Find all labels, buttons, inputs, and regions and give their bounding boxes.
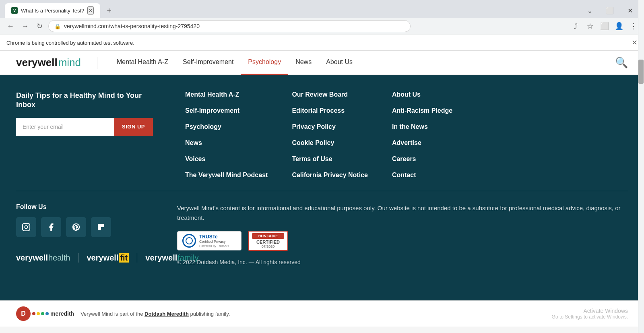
brand-verywell-health[interactable]: verywell health [16,253,78,263]
follow-title: Follow Us [16,203,153,211]
star-button[interactable]: ☆ [584,21,596,32]
footer-link-cookie[interactable]: Cookie Policy [292,139,368,147]
hon-date-text: 07/2020 [262,244,275,248]
dotdash-d-icon: D [16,306,31,321]
svg-point-1 [25,225,27,228]
dotdash-dots [32,312,49,315]
bottom-bar: D meredith Verywell Mind is part of the … [0,300,644,327]
scrollbar[interactable] [638,0,644,327]
window-maximize-button[interactable]: ⬜ [601,5,619,16]
disclaimer-section: Verywell Mind's content is for informati… [177,203,628,265]
address-bar[interactable]: 🔒 verywellmind.com/what-is-personality-t… [48,20,411,32]
dotdash-name: meredith [50,310,74,317]
brand-verywell-fit[interactable]: verywell fit [78,253,137,263]
tab-title: What Is a Personality Test? [21,8,84,14]
footer-link-about[interactable]: About Us [392,91,452,98]
truste-powered-text: Powered by TrustArc [199,244,229,248]
scrollbar-thumb[interactable] [638,60,644,84]
dotdash-logo: D meredith [16,306,74,321]
footer-link-contact[interactable]: Contact [392,172,452,179]
brand-fit-text: fit [119,253,129,263]
footer-nav-col-3: About Us Anti-Racism Pledge In the News … [392,91,452,179]
notification-close-button[interactable]: ✕ [632,38,638,47]
site-logo[interactable]: verywell mind [16,56,81,69]
url-text: verywellmind.com/what-is-personality-tes… [64,23,405,29]
email-input[interactable] [16,118,114,136]
footer-link-editorial[interactable]: Editorial Process [292,107,368,114]
hon-certified-text: CERTIFIED [256,240,280,244]
nav-mental-health[interactable]: Mental Health A-Z [109,50,175,75]
footer-link-anti-racism[interactable]: Anti-Racism Pledge [392,107,452,114]
svg-rect-0 [23,223,30,231]
profile-button[interactable]: 👤 [613,21,625,32]
main-content: Daily Tips for a Healthy Mind to Your In… [0,75,644,300]
footer-link-in-the-news[interactable]: In the News [392,123,452,130]
footer-link-privacy[interactable]: Privacy Policy [292,123,368,130]
activate-windows-title: Activate Windows [552,308,628,314]
truste-certified-text: Certified Privacy [199,240,229,244]
dot-blue [45,312,49,315]
brand-logos: verywell health verywell fit verywell fa… [16,253,153,263]
browser-tab[interactable]: V What Is a Personality Test? ✕ [5,3,100,18]
follow-section: Follow Us [16,203,153,265]
newsletter-title: Daily Tips for a Healthy Mind to Your In… [16,91,153,110]
footer-link-psychology[interactable]: Psychology [185,123,268,130]
newsletter-section: Daily Tips for a Healthy Mind to Your In… [16,91,153,179]
new-tab-button[interactable]: + [103,4,115,17]
signup-button[interactable]: SIGN UP [114,118,153,136]
brand-verywell-fit-text: verywell [87,253,118,263]
browser-frame: V What Is a Personality Test? ✕ + ⌄ ⬜ ✕ … [0,0,644,35]
truste-main-text: TRUSTe [199,234,229,240]
footer-link-podcast[interactable]: The Verywell Mind Podcast [185,172,268,179]
activate-windows: Activate Windows Go to Settings to activ… [552,308,628,320]
footer-link-advertise[interactable]: Advertise [392,139,452,147]
window-controls: ⌄ ⬜ ✕ [580,5,639,16]
browser-titlebar: V What Is a Personality Test? ✕ + ⌄ ⬜ ✕ [0,0,644,18]
truste-badge[interactable]: TRUSTe Certified Privacy Powered by Trus… [177,231,242,250]
notification-text: Chrome is being controlled by automated … [6,40,134,46]
nav-psychology[interactable]: Psychology [241,50,288,75]
extensions-button[interactable]: ⬜ [599,21,610,32]
nav-self-improvement[interactable]: Self-Improvement [175,50,241,75]
footer-link-news[interactable]: News [185,139,268,147]
search-button[interactable]: 🔍 [615,56,628,69]
menu-button[interactable]: ⋮ [628,21,639,32]
lock-icon: 🔒 [54,23,61,29]
footer-link-voices[interactable]: Voices [185,155,268,163]
pinterest-button[interactable] [66,217,86,237]
activate-windows-subtitle: Go to Settings to activate Windows. [552,314,628,320]
footer-link-careers[interactable]: Careers [392,155,452,163]
site-navbar: verywell mind Mental Health A-Z Self-Imp… [0,51,644,75]
flipboard-button[interactable] [91,217,111,237]
brand-verywell-family-text: verywell [145,253,177,263]
footer-link-terms[interactable]: Terms of Use [292,155,368,163]
bookmark-button[interactable]: ⤴ [570,21,581,32]
forward-button[interactable]: → [19,21,31,32]
copyright-text: © 2022 Dotdash Media, Inc. — All rights … [177,259,628,265]
back-button[interactable]: ← [5,21,16,32]
dot-yellow [37,312,40,315]
dot-red [32,312,35,315]
window-close-button[interactable]: ✕ [621,5,639,16]
dotdash-meredith-link[interactable]: Dotdash Meredith [144,311,189,317]
footer-link-review-board[interactable]: Our Review Board [292,91,368,98]
bottom-bar-text: Verywell Mind is part of the Dotdash Mer… [80,311,230,317]
footer-nav-col-1: Mental Health A-Z Self-Improvement Psych… [185,91,268,179]
reload-button[interactable]: ↻ [34,21,45,32]
footer-link-self-improvement[interactable]: Self-Improvement [185,107,268,114]
tab-close-button[interactable]: ✕ [87,6,94,14]
footer-link-california[interactable]: California Privacy Notice [292,172,368,179]
nav-news[interactable]: News [288,50,319,75]
instagram-button[interactable] [16,217,36,237]
nav-about-us[interactable]: About Us [319,50,360,75]
brand-health-text: health [48,253,70,263]
notification-bar: Chrome is being controlled by automated … [0,35,644,51]
tab-favicon: V [11,7,18,14]
footer-link-mental-health[interactable]: Mental Health A-Z [185,91,268,98]
email-form: SIGN UP [16,118,153,136]
hon-header: HON CODE [252,233,284,239]
brand-verywell-text: verywell [16,253,48,263]
facebook-button[interactable] [41,217,61,237]
hon-badge[interactable]: HON CODE CERTIFIED 07/2020 [248,231,288,251]
window-minimize-button[interactable]: ⌄ [580,5,599,16]
